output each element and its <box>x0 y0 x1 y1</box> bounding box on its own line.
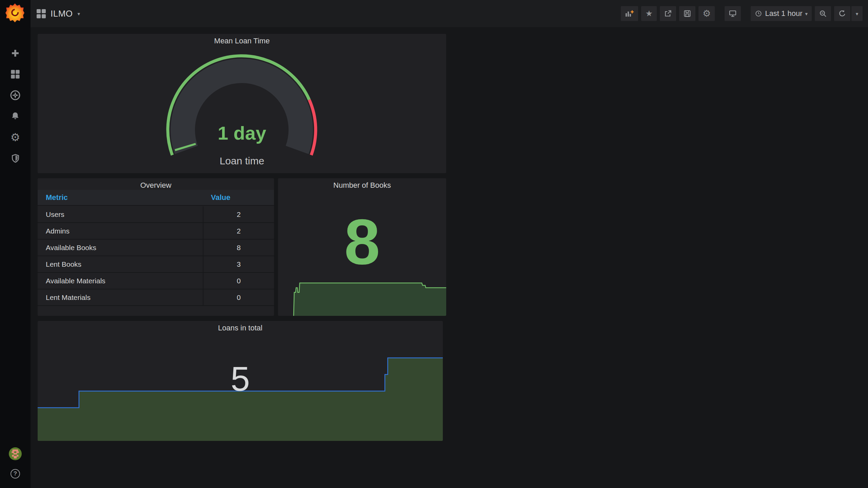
panel-title[interactable]: Overview <box>38 181 274 190</box>
add-panel-button[interactable] <box>621 6 638 21</box>
help-label: ? <box>14 470 17 477</box>
side-menu: ⚙ ? <box>0 0 31 488</box>
gauge-value: 1 day <box>38 122 446 144</box>
table-body: Users 2 Admins 2 Available Books 8 Lent … <box>38 206 274 306</box>
column-header-value[interactable]: Value <box>203 193 230 202</box>
clock-icon <box>755 10 762 17</box>
sidebar-item-dashboards[interactable] <box>0 68 31 80</box>
table-row: Lent Books 3 <box>38 256 274 273</box>
refresh-button[interactable] <box>834 6 850 21</box>
top-navbar: ILMO ▾ ★ ⚙ <box>31 0 868 27</box>
chevron-down-icon: ▾ <box>805 11 808 16</box>
panel-title[interactable]: Loans in total <box>38 324 443 332</box>
user-avatar[interactable] <box>9 447 22 460</box>
stat-value-books: 8 <box>278 209 446 274</box>
time-range-label: Last 1 hour <box>765 9 802 18</box>
refresh-icon <box>838 9 846 18</box>
dashboard-title[interactable]: ILMO <box>51 8 73 19</box>
table-row: Available Books 8 <box>38 240 274 256</box>
bell-icon <box>10 111 20 121</box>
gauge-label: Loan time <box>38 155 446 167</box>
gear-icon: ⚙ <box>11 132 20 143</box>
panel-title[interactable]: Number of Books <box>278 181 446 190</box>
table-row: Lent Materials 0 <box>38 289 274 306</box>
table-row: Admins 2 <box>38 223 274 240</box>
sidebar-item-configuration[interactable]: ⚙ <box>0 131 31 143</box>
table-row: Users 2 <box>38 206 274 223</box>
sidebar-item-create[interactable] <box>0 47 31 59</box>
star-icon: ★ <box>645 9 653 18</box>
compass-icon <box>10 90 21 101</box>
zoom-out-button[interactable] <box>815 6 831 21</box>
cycle-view-button[interactable] <box>725 6 741 21</box>
star-button[interactable]: ★ <box>641 6 657 21</box>
table-header[interactable]: Metric Value <box>38 190 274 206</box>
sidebar-item-explore[interactable] <box>0 89 31 101</box>
grafana-logo-icon[interactable] <box>5 3 24 22</box>
plus-icon <box>10 48 20 58</box>
panel-title[interactable]: Mean Loan Time <box>38 37 446 45</box>
save-button[interactable] <box>679 6 695 21</box>
panel-loans-in-total: Loans in total 5 <box>38 321 443 441</box>
zoom-out-icon <box>819 9 827 18</box>
panel-overview: Overview Metric Value Users 2 Admins 2 A… <box>38 178 274 316</box>
chevron-down-icon[interactable]: ▾ <box>78 11 80 16</box>
books-sparkline <box>278 275 446 316</box>
stat-value-loans: 5 <box>38 362 443 396</box>
panel-mean-loan-time: Mean Loan Time 1 day Loan time <box>38 34 446 173</box>
help-button[interactable]: ? <box>11 469 20 479</box>
dashboard-grid-icon[interactable] <box>37 9 46 18</box>
gear-icon: ⚙ <box>703 9 711 18</box>
refresh-interval-dropdown[interactable]: ▾ <box>851 6 863 21</box>
grid-icon <box>10 69 21 80</box>
shield-icon <box>11 153 20 164</box>
settings-button[interactable]: ⚙ <box>698 6 715 21</box>
share-button[interactable] <box>660 6 676 21</box>
save-icon <box>683 9 691 18</box>
monitor-icon <box>729 9 737 18</box>
add-panel-icon <box>625 9 634 18</box>
column-header-metric[interactable]: Metric <box>38 193 203 202</box>
panel-number-of-books: Number of Books 8 <box>278 178 446 316</box>
time-range-picker[interactable]: Last 1 hour ▾ <box>751 6 812 21</box>
share-icon <box>664 9 672 18</box>
sidebar-item-server-admin[interactable] <box>0 152 31 164</box>
chevron-down-icon: ▾ <box>856 11 859 16</box>
sidebar-item-alerting[interactable] <box>0 110 31 122</box>
table-row: Available Materials 0 <box>38 273 274 289</box>
